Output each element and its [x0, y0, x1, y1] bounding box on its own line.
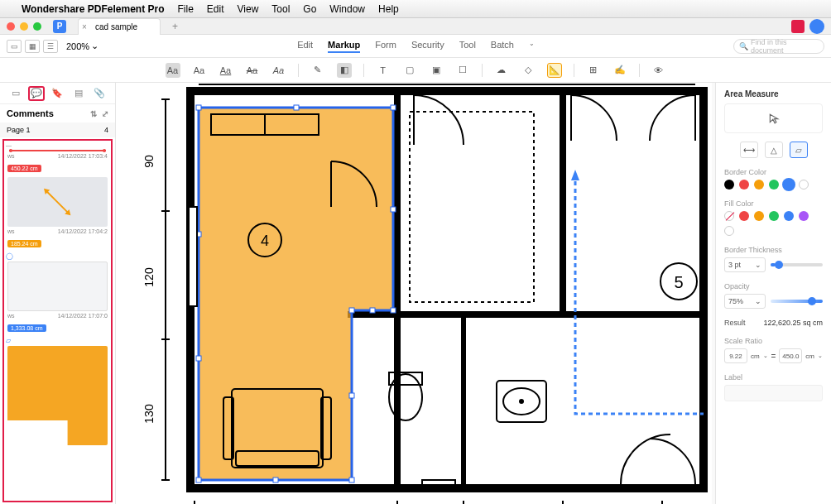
area-mode[interactable]: ▱: [790, 142, 808, 158]
thickness-slider[interactable]: [771, 263, 823, 266]
svg-rect-38: [273, 478, 278, 482]
swatch-black[interactable]: [724, 180, 734, 190]
properties-panel: Area Measure ⟷ △ ▱ Border Color Fill Col…: [715, 83, 831, 504]
svg-line-0: [46, 191, 69, 214]
menu-tool[interactable]: Tool: [271, 3, 290, 15]
main-tabs: Edit Markup Form Security Tool Batch⌄: [297, 40, 535, 53]
grid-view[interactable]: ▦: [25, 40, 40, 53]
squiggly-tool[interactable]: Aa: [271, 63, 286, 78]
tab-security[interactable]: Security: [411, 40, 444, 53]
svg-point-63: [519, 399, 524, 404]
perimeter-mode[interactable]: △: [765, 142, 783, 158]
hide-annotations[interactable]: 👁: [651, 63, 666, 78]
sidebar: ▭ 💬 🔖 ▤ 📎 Comments ⇅ ⤢ Page 1 4 — ws14/1…: [0, 83, 116, 504]
highlight-tool[interactable]: Aa: [192, 63, 207, 78]
search-placeholder: Find in this document: [751, 38, 819, 55]
menu-window[interactable]: Window: [329, 3, 365, 15]
tab-batch[interactable]: Batch: [491, 40, 514, 53]
thumbnails-tab[interactable]: ▭: [7, 86, 24, 101]
fields-tab[interactable]: ▤: [70, 86, 87, 101]
tab-edit[interactable]: Edit: [297, 40, 313, 53]
menu-help[interactable]: Help: [378, 3, 399, 15]
svg-text:120: 120: [142, 267, 156, 287]
note-tool[interactable]: ☐: [455, 63, 470, 78]
panel-title: Area Measure: [724, 89, 823, 98]
page-row[interactable]: Page 1 4: [0, 122, 115, 137]
measure-tool[interactable]: 📐: [547, 63, 562, 78]
text-tool[interactable]: T: [376, 63, 391, 78]
swatch-orange[interactable]: [754, 180, 764, 190]
menu-edit[interactable]: Edit: [207, 3, 224, 15]
comments-tab[interactable]: 💬: [28, 86, 45, 101]
measure-badge: 185.24 cm: [7, 240, 41, 247]
stamp-tool[interactable]: ⊞: [586, 63, 601, 78]
svg-rect-40: [196, 356, 201, 361]
menu-file[interactable]: File: [178, 3, 194, 15]
eraser-tool[interactable]: ◧: [337, 63, 352, 78]
svg-rect-29: [196, 105, 201, 110]
tab-tool[interactable]: Tool: [459, 40, 476, 53]
tag-tool[interactable]: ◇: [521, 63, 536, 78]
tab-markup[interactable]: Markup: [328, 40, 360, 53]
signature-tool[interactable]: ✍: [612, 63, 627, 78]
swatch-blue[interactable]: [784, 180, 794, 190]
document-tab[interactable]: × cad sample: [78, 18, 161, 35]
store-icon[interactable]: [791, 20, 805, 33]
swatch-none[interactable]: [724, 211, 734, 221]
swatch-red[interactable]: [739, 180, 749, 190]
svg-rect-58: [189, 207, 197, 306]
pencil-tool[interactable]: ✎: [310, 63, 325, 78]
search-icon: 🔍: [739, 42, 748, 50]
swatch-red[interactable]: [739, 211, 749, 221]
single-page-view[interactable]: ▭: [7, 40, 22, 53]
opacity-select[interactable]: 75%⌄: [724, 294, 766, 309]
swatch-orange[interactable]: [754, 211, 764, 221]
thickness-select[interactable]: 3 pt⌄: [724, 257, 766, 272]
scale-from-input[interactable]: 9.22: [724, 348, 747, 363]
svg-text:90: 90: [142, 155, 156, 168]
expand-icon[interactable]: ⤢: [102, 109, 108, 118]
comment-item[interactable]: ws14/12/2022 17:04:2 185.24 cm: [6, 177, 109, 249]
user-avatar[interactable]: [809, 19, 824, 34]
distance-mode[interactable]: ⟷: [740, 142, 758, 158]
opacity-slider[interactable]: [771, 300, 823, 303]
svg-rect-32: [391, 207, 396, 212]
svg-rect-30: [294, 105, 299, 110]
swatch-green[interactable]: [769, 180, 779, 190]
textbox-tool[interactable]: ▢: [402, 63, 417, 78]
canvas[interactable]: 90 120 130 410 80 130 130: [116, 83, 715, 504]
cloud-tool[interactable]: ☁: [494, 63, 509, 78]
label-input[interactable]: [724, 385, 823, 401]
menu-view[interactable]: View: [238, 3, 259, 15]
attachments-tab[interactable]: 📎: [91, 86, 108, 101]
filter-icon[interactable]: ⇅: [90, 109, 97, 118]
comment-item[interactable]: ◯ ws14/12/2022 17:07:0 1,333.08 cm: [6, 252, 109, 334]
comment-item[interactable]: ▱: [6, 337, 109, 445]
maximize-window[interactable]: [33, 22, 41, 31]
color-picker-icon[interactable]: [799, 180, 809, 190]
underline-tool[interactable]: Aa: [219, 63, 233, 78]
comment-item[interactable]: — ws14/12/2022 17:03:4 450.22 cm: [6, 142, 109, 174]
new-tab-button[interactable]: +: [172, 21, 178, 32]
close-window[interactable]: [7, 22, 15, 31]
markup-tools: Aa Aa Aa Aa Aa ✎ ◧ T ▢ ▣ ☐ ☁ ◇ 📐 ⊞ ✍ 👁: [0, 58, 831, 83]
zoom-dropdown[interactable]: 200%⌄: [66, 41, 98, 51]
menubar: Wondershare PDFelement Pro File Edit Vie…: [0, 0, 831, 18]
menu-go[interactable]: Go: [303, 3, 316, 15]
color-picker-icon[interactable]: [724, 226, 734, 236]
scale-to-input[interactable]: 450.0: [779, 348, 802, 363]
swatch-green[interactable]: [769, 211, 779, 221]
swatch-purple[interactable]: [799, 211, 809, 221]
search-field[interactable]: 🔍 Find in this document: [733, 39, 824, 54]
highlight-area-tool[interactable]: Aa: [166, 63, 180, 78]
swatch-blue[interactable]: [784, 211, 794, 221]
result-label: Result: [724, 319, 746, 327]
tab-form[interactable]: Form: [375, 40, 396, 53]
scroll-view[interactable]: ☰: [43, 40, 58, 53]
minimize-window[interactable]: [20, 22, 28, 31]
bookmarks-tab[interactable]: 🔖: [49, 86, 65, 101]
callout-tool[interactable]: ▣: [429, 63, 444, 78]
close-tab-icon[interactable]: ×: [82, 22, 87, 31]
svg-rect-33: [391, 308, 396, 313]
strikethrough-tool[interactable]: Aa: [245, 63, 260, 78]
